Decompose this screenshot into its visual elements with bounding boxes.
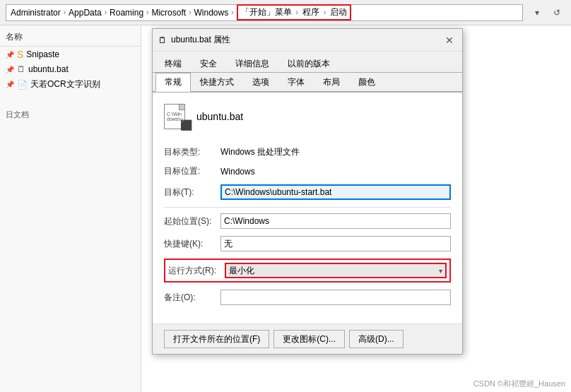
sidebar-item-label-snipaste: Snipaste [26, 49, 59, 59]
bat-file-icon-small: 🗒 [17, 64, 25, 74]
sidebar-item-label-ubuntu: ubuntu.bat [28, 64, 69, 74]
breadcrumb-appdata[interactable]: AppData [69, 8, 102, 18]
sidebar: 名称 📌 S Snipaste 📌 🗒 ubuntu.bat 📌 📄 天若OCR… [0, 25, 141, 392]
value-target-location: Windows [220, 167, 255, 177]
pin-icon-3: 📌 [6, 81, 14, 88]
field-start-location: 起始位置(S): [164, 213, 451, 229]
breadcrumb-startup[interactable]: 启动 [330, 6, 347, 18]
field-target-location: 目标位置: Windows [164, 165, 451, 177]
label-target-location: 目标位置: [164, 165, 220, 177]
tab-terminal[interactable]: 终端 [155, 54, 191, 73]
label-comment: 备注(O): [164, 292, 220, 304]
sidebar-item-ocr[interactable]: 📌 📄 天若OCR文字识别 [0, 76, 141, 93]
field-hotkey: 快捷键(K): [164, 236, 451, 251]
sep4: › [189, 8, 191, 16]
dialog-bat-icon: 🗒 [158, 35, 167, 45]
sidebar-item-label-ocr: 天若OCR文字识别 [30, 78, 100, 90]
pin-icon-2: 📌 [6, 66, 14, 73]
select-run-mode[interactable]: 最小化 ▾ [225, 263, 447, 278]
sep6: › [296, 8, 298, 16]
input-start-location[interactable] [220, 213, 451, 229]
watermark: CSDN ©和祁豐經_Hausen [473, 379, 565, 389]
recent-label: 日文档 [0, 107, 141, 123]
sidebar-item-ubuntu[interactable]: 📌 🗒 ubuntu.bat [0, 62, 141, 76]
btn-advanced[interactable]: 高级(D)... [349, 330, 404, 348]
tab-color[interactable]: 颜色 [349, 73, 384, 92]
snipaste-icon: S [17, 49, 23, 60]
tab-previous[interactable]: 以前的版本 [278, 54, 339, 73]
file-corner [179, 105, 184, 110]
label-hotkey: 快捷键(K): [164, 238, 220, 250]
tab-options[interactable]: 选项 [243, 73, 278, 92]
tab-layout[interactable]: 布局 [314, 73, 349, 92]
value-target-type: Windows 批处理文件 [220, 146, 300, 158]
btn-open-location[interactable]: 打开文件所在的位置(F) [164, 330, 269, 348]
breadcrumb-microsoft[interactable]: Microsoft [151, 8, 186, 18]
breadcrumb-bar[interactable]: Administrator › AppData › Roaming › Micr… [6, 4, 523, 21]
tab-strip-bottom: 常规 快捷方式 选项 字体 布局 颜色 [153, 73, 462, 93]
cmd-overlay-icon: ⬛ [180, 119, 192, 131]
tab-font[interactable]: 字体 [278, 73, 314, 92]
toolbar-right: ▾ ↺ [529, 4, 565, 21]
file-icon-container: C:\Win dows\u ⬛ [164, 104, 189, 129]
input-comment[interactable] [220, 290, 451, 305]
label-target-type: 目标类型: [164, 146, 220, 158]
explorer-toolbar: Administrator › AppData › Roaming › Micr… [0, 0, 571, 25]
input-target[interactable] [220, 184, 451, 200]
ocr-icon: 📄 [17, 80, 28, 90]
select-run-mode-value: 最小化 [229, 265, 254, 277]
sep3: › [146, 8, 148, 16]
field-comment: 备注(O): [164, 290, 451, 305]
dropdown-arrow-icon: ▾ [439, 267, 442, 275]
field-target: 目标(T): [164, 184, 451, 200]
dialog-title: 🗒 ubuntu.bat 属性 [158, 34, 230, 46]
sep5: › [231, 8, 233, 16]
tab-shortcut[interactable]: 快捷方式 [191, 73, 243, 92]
pin-icon: 📌 [6, 51, 14, 59]
field-target-type: 目标类型: Windows 批处理文件 [164, 146, 451, 158]
label-target: 目标(T): [164, 186, 220, 198]
field-run-mode-highlighted: 运行方式(R): 最小化 ▾ [164, 259, 451, 283]
label-run-mode: 运行方式(R): [168, 265, 225, 277]
breadcrumb-programs[interactable]: 程序 [302, 6, 319, 18]
breadcrumb-windows[interactable]: Windows [194, 8, 228, 18]
properties-dialog: 🗒 ubuntu.bat 属性 ✕ 终端 安全 详细信息 以前的版本 常规 快捷… [152, 28, 463, 355]
breadcrumb-roaming[interactable]: Roaming [110, 8, 143, 18]
label-start-location: 起始位置(S): [164, 215, 220, 227]
file-info-section: C:\Win dows\u ⬛ ubuntu.bat [164, 104, 451, 135]
tab-general[interactable]: 常规 [155, 73, 191, 92]
btn-change-icon[interactable]: 更改图标(C)... [273, 330, 345, 348]
tab-details[interactable]: 详细信息 [226, 54, 278, 73]
dialog-title-text: ubuntu.bat 属性 [171, 34, 230, 46]
breadcrumb-admin[interactable]: Administrator [11, 8, 61, 18]
dialog-titlebar: 🗒 ubuntu.bat 属性 ✕ [153, 29, 462, 52]
dialog-body: C:\Win dows\u ⬛ ubuntu.bat 目标类型: Windows… [153, 93, 462, 323]
dropdown-btn[interactable]: ▾ [529, 4, 546, 21]
refresh-btn[interactable]: ↺ [548, 4, 565, 21]
input-hotkey[interactable] [220, 236, 451, 251]
sidebar-header: 名称 [0, 28, 141, 47]
tab-strip-top: 终端 安全 详细信息 以前的版本 [153, 52, 462, 73]
breadcrumb-start-menu[interactable]: 「开始」菜单 [241, 6, 292, 18]
dialog-filename: ubuntu.bat [196, 111, 243, 122]
sep2: › [105, 8, 107, 16]
breadcrumb-highlighted[interactable]: 「开始」菜单 › 程序 › 启动 [237, 4, 352, 20]
separator-1 [164, 207, 451, 208]
sidebar-item-snipaste[interactable]: 📌 S Snipaste [0, 47, 141, 62]
sep1: › [64, 8, 66, 16]
sep7: › [324, 8, 326, 16]
dialog-close-button[interactable]: ✕ [442, 33, 457, 47]
tab-security[interactable]: 安全 [191, 54, 226, 73]
dialog-buttons: 打开文件所在的位置(F) 更改图标(C)... 高级(D)... [153, 323, 462, 354]
